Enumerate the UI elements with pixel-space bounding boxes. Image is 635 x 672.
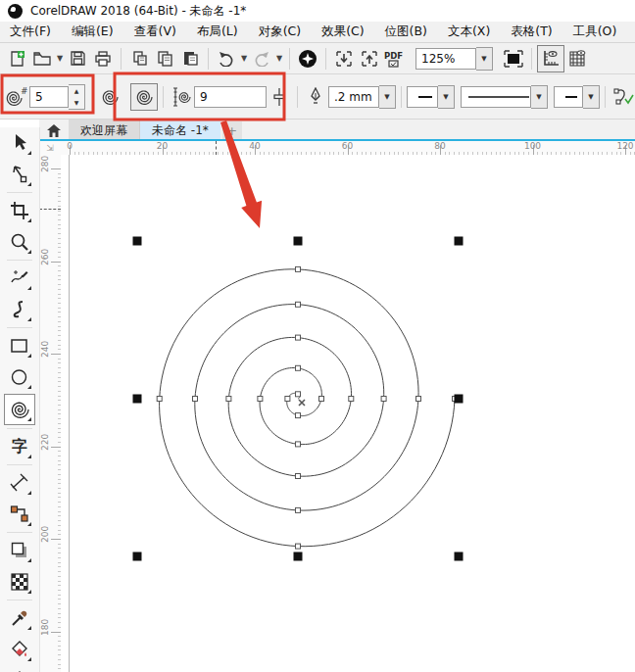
flyout-indicator-icon [27,657,31,661]
spiral-revolutions-spinner[interactable]: ▲▼ [69,84,85,110]
pick-tool[interactable] [5,128,34,158]
menu-item-7[interactable]: 文本(X) [448,24,490,40]
spiral-expansion-input[interactable]: 9 [194,86,267,108]
redo-button[interactable] [249,46,274,72]
flyout-indicator-icon [27,455,31,458]
toolbar-separator [531,48,532,70]
toolbar-separator [325,48,326,70]
drawing-canvas[interactable] [61,155,635,672]
import-button[interactable] [331,46,357,72]
dimension-tool[interactable] [5,468,34,498]
vruler-tick [51,447,61,448]
arrow-start-selector[interactable] [407,86,438,108]
app-logo-icon [8,4,23,19]
flyout-indicator-icon [27,590,31,594]
tab-untitled-1[interactable]: 未命名 -1* [140,120,220,141]
pdf-button[interactable]: PDF [382,46,408,72]
menu-item-6[interactable]: 位图(B) [385,24,427,40]
ellipse-tool[interactable] [5,362,34,392]
vruler-label: 200 [40,533,50,543]
flyout-indicator-icon [27,286,31,290]
show-grid-button[interactable] [564,46,590,72]
vruler-tick [51,354,61,355]
menu-item-8[interactable]: 表格(T) [511,24,552,40]
fullscreen-preview-button[interactable] [501,46,526,72]
interactive-fill-tool[interactable] [5,635,34,664]
export-button[interactable] [357,46,382,72]
horizontal-ruler[interactable]: 020406080100120 [61,141,635,156]
vruler-label: 260 [40,256,50,265]
spiral-tool[interactable] [4,394,35,425]
undo-flyout-caret[interactable]: ▼ [239,46,249,72]
open-folder-flyout-caret[interactable]: ▼ [55,46,65,72]
save-button[interactable] [65,46,90,72]
vruler-tick [51,262,61,263]
toolbar-separator [208,48,209,70]
menu-item-2[interactable]: 查看(V) [134,24,176,40]
outline-width-input[interactable]: .2 mm [328,86,379,108]
spiral-revolutions-input[interactable]: 5 [29,86,69,108]
launch-button[interactable] [295,46,320,72]
print-button[interactable] [90,46,116,72]
eyedropper-tool[interactable] [5,603,34,633]
page-left-edge [69,155,70,672]
close-curve-button[interactable] [611,84,635,110]
open-folder-button[interactable] [29,46,55,72]
curve-tool[interactable] [5,295,34,324]
toolbox-separator [7,327,32,328]
vruler-tick [51,539,61,540]
menu-item-9[interactable]: 工具(O) [573,24,617,40]
menu-item-0[interactable]: 文件(F) [10,24,51,40]
document-tab-bar: 欢迎屏幕 未命名 -1* + [39,120,635,141]
hruler-label: 40 [249,141,260,151]
new-document-button[interactable] [4,46,29,72]
arrow-end-dropdown[interactable]: ▼ [583,85,600,109]
zoom-level-combo[interactable]: 125% [415,48,476,70]
flyout-indicator-icon [27,317,31,321]
flyout-indicator-icon [27,558,31,562]
spiral-expansion-slider[interactable] [267,84,292,110]
shape-tool[interactable] [5,160,34,189]
spiral-revolutions-icon: # [4,84,29,110]
crop-tool[interactable] [5,196,34,225]
dropshadow-tool[interactable] [5,536,34,565]
menu-item-5[interactable]: 效果(C) [321,24,364,40]
menu-item-1[interactable]: 编辑(E) [72,24,114,40]
menu-bar: 文件(F)编辑(E)查看(V)布局(L)对象(C)效果(C)位图(B)文本(X)… [0,22,635,43]
arrow-start-dropdown[interactable]: ▼ [438,85,455,109]
vruler-tick [51,632,61,633]
cut-button[interactable] [126,46,152,72]
rectangle-tool[interactable] [5,331,34,360]
paste-button[interactable] [177,46,203,72]
home-tab[interactable] [39,120,69,141]
flyout-indicator-icon [27,182,31,186]
new-tab-button[interactable]: + [222,121,242,139]
hruler-label: 80 [434,141,445,151]
text-tool[interactable]: 字 [5,432,34,461]
line-style-selector[interactable] [461,86,531,108]
toolbox-separator [7,428,32,429]
connector-tool[interactable] [5,500,34,529]
ruler-origin-icon[interactable]: ⇲ [39,141,62,156]
arrow-end-selector[interactable] [554,86,583,108]
transparency-tool[interactable] [5,567,34,597]
outline-width-dropdown[interactable]: ▼ [379,85,396,109]
copy-button[interactable] [152,46,177,72]
menu-item-3[interactable]: 布局(L) [197,24,238,40]
tab-welcome-screen[interactable]: 欢迎屏幕 [69,120,140,141]
zoom-tool[interactable] [5,227,34,257]
hruler-label: 0 [67,141,73,151]
freehand-tool[interactable] [5,264,34,293]
logarithmic-spiral-button[interactable] [130,83,158,111]
smart-fill-tool[interactable] [5,666,34,672]
redo-flyout-caret[interactable]: ▼ [274,46,284,72]
menu-item-4[interactable]: 对象(C) [259,24,301,40]
zoom-level-dropdown[interactable]: ▼ [476,47,493,71]
svg-text:#: # [21,86,28,96]
flyout-indicator-icon [27,385,31,389]
symmetrical-spiral-button[interactable] [97,84,122,110]
line-style-dropdown[interactable]: ▼ [531,85,548,109]
vertical-ruler[interactable]: 280260240220200180 [39,155,62,672]
undo-button[interactable] [214,46,239,72]
show-rulers-button[interactable] [537,45,564,72]
